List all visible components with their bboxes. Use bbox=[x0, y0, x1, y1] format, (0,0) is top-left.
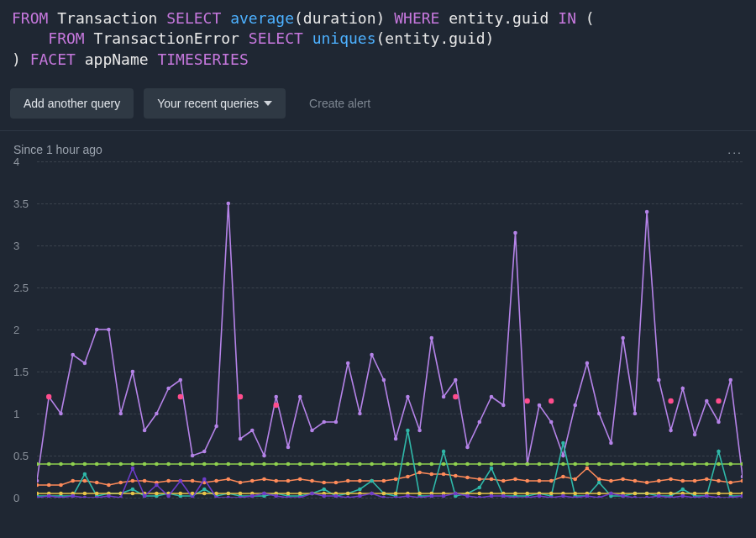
chart-data-point[interactable] bbox=[118, 412, 123, 416]
chart-data-point[interactable] bbox=[227, 492, 231, 496]
chart-data-point[interactable] bbox=[37, 492, 39, 496]
chart-data-point[interactable] bbox=[346, 479, 350, 483]
chart-data-point[interactable] bbox=[681, 387, 685, 391]
chart-data-point[interactable] bbox=[394, 462, 398, 467]
chart-data-point[interactable] bbox=[645, 462, 649, 467]
chart-data-point[interactable] bbox=[705, 462, 709, 467]
chart-data-point[interactable] bbox=[478, 462, 482, 467]
chart-data-point[interactable] bbox=[358, 479, 362, 483]
chart-data-point[interactable] bbox=[95, 492, 99, 496]
chart-data-point[interactable] bbox=[490, 467, 494, 471]
chart-data-point[interactable] bbox=[668, 398, 673, 404]
chart-data-point[interactable] bbox=[430, 462, 434, 467]
chart-data-point[interactable] bbox=[729, 492, 733, 496]
chart-data-point[interactable] bbox=[442, 395, 446, 399]
chart-data-point[interactable] bbox=[166, 387, 171, 391]
chart-data-point[interactable] bbox=[274, 479, 278, 483]
chart-data-point[interactable] bbox=[741, 475, 743, 479]
chart-data-point[interactable] bbox=[310, 462, 314, 467]
chart-data-point[interactable] bbox=[47, 483, 51, 488]
chart-data-point[interactable] bbox=[358, 488, 362, 492]
chart-data-point[interactable] bbox=[202, 462, 207, 467]
chart-data-point[interactable] bbox=[131, 370, 135, 374]
chart-data-point[interactable] bbox=[549, 420, 554, 425]
chart-data-point[interactable] bbox=[693, 479, 697, 483]
chart-data-point[interactable] bbox=[370, 492, 374, 496]
chart-data-point[interactable] bbox=[538, 479, 542, 483]
chart-data-point[interactable] bbox=[573, 404, 577, 408]
chart-data-point[interactable] bbox=[37, 479, 39, 483]
chart-data-point[interactable] bbox=[322, 462, 326, 467]
chart-data-point[interactable] bbox=[585, 462, 590, 467]
chart-data-point[interactable] bbox=[239, 492, 243, 496]
chart-data-point[interactable] bbox=[131, 467, 135, 471]
chart-data-point[interactable] bbox=[95, 462, 99, 467]
chart-data-point[interactable] bbox=[609, 492, 613, 496]
chart-data-point[interactable] bbox=[585, 467, 590, 471]
chart-data-point[interactable] bbox=[179, 462, 183, 467]
chart-data-point[interactable] bbox=[179, 492, 183, 496]
chart-data-point[interactable] bbox=[262, 462, 266, 467]
recent-queries-button[interactable]: Your recent queries bbox=[144, 88, 286, 119]
chart-data-point[interactable] bbox=[549, 462, 554, 467]
chart-data-point[interactable] bbox=[669, 492, 673, 496]
chart-data-point[interactable] bbox=[227, 477, 231, 482]
chart-data-point[interactable] bbox=[716, 398, 721, 404]
chart-data-point[interactable] bbox=[717, 420, 721, 425]
chart-data-point[interactable] bbox=[621, 462, 625, 467]
chart-data-point[interactable] bbox=[202, 477, 207, 482]
chart-data-point[interactable] bbox=[657, 462, 661, 467]
chart-data-point[interactable] bbox=[59, 412, 63, 416]
chart-data-point[interactable] bbox=[179, 378, 183, 382]
chart-data-point[interactable] bbox=[59, 483, 63, 488]
chart-data-point[interactable] bbox=[573, 477, 577, 482]
chart-data-point[interactable] bbox=[382, 492, 386, 496]
timeseries-chart[interactable]: 00.511.522.533.54 bbox=[13, 161, 743, 498]
chart-data-point[interactable] bbox=[131, 462, 135, 467]
chart-data-point[interactable] bbox=[465, 446, 470, 450]
chart-data-point[interactable] bbox=[717, 492, 721, 496]
chart-data-point[interactable] bbox=[513, 492, 517, 496]
chart-data-point[interactable] bbox=[191, 479, 195, 483]
chart-data-point[interactable] bbox=[47, 462, 51, 467]
chart-data-point[interactable] bbox=[681, 488, 685, 492]
chart-data-point[interactable] bbox=[382, 496, 386, 498]
chart-data-point[interactable] bbox=[513, 231, 517, 235]
chart-data-point[interactable] bbox=[118, 481, 123, 485]
nrql-query-editor[interactable]: FROM Transaction SELECT average(duration… bbox=[0, 0, 756, 80]
chart-data-point[interactable] bbox=[298, 492, 302, 496]
chart-data-point[interactable] bbox=[597, 496, 601, 498]
chart-data-point[interactable] bbox=[633, 462, 638, 467]
chart-data-point[interactable] bbox=[370, 462, 374, 467]
chart-data-point[interactable] bbox=[202, 450, 207, 454]
chart-data-point[interactable] bbox=[286, 479, 291, 483]
chart-data-point[interactable] bbox=[465, 462, 470, 467]
chart-data-point[interactable] bbox=[310, 492, 314, 496]
chart-data-point[interactable] bbox=[239, 481, 243, 485]
chart-data-point[interactable] bbox=[262, 477, 266, 482]
chart-data-point[interactable] bbox=[645, 210, 649, 214]
chart-data-point[interactable] bbox=[83, 492, 87, 496]
chart-data-point[interactable] bbox=[741, 494, 743, 498]
chart-data-point[interactable] bbox=[238, 394, 243, 399]
chart-data-point[interactable] bbox=[597, 477, 601, 482]
chart-data-point[interactable] bbox=[250, 479, 255, 483]
chart-data-point[interactable] bbox=[501, 404, 506, 408]
chart-data-point[interactable] bbox=[741, 479, 743, 483]
chart-data-point[interactable] bbox=[227, 496, 231, 498]
chart-data-point[interactable] bbox=[633, 412, 638, 416]
chart-data-point[interactable] bbox=[525, 492, 529, 496]
chart-data-point[interactable] bbox=[346, 496, 350, 498]
chart-data-point[interactable] bbox=[501, 479, 506, 483]
chart-data-point[interactable] bbox=[454, 492, 458, 496]
chart-data-point[interactable] bbox=[417, 492, 422, 496]
chart-data-point[interactable] bbox=[729, 378, 733, 382]
chart-data-point[interactable] bbox=[394, 437, 398, 441]
chart-data-point[interactable] bbox=[705, 399, 709, 404]
chart-data-point[interactable] bbox=[406, 429, 410, 433]
chart-data-point[interactable] bbox=[417, 471, 422, 475]
chart-data-point[interactable] bbox=[573, 492, 577, 496]
chart-data-point[interactable] bbox=[346, 361, 350, 366]
chart-data-point[interactable] bbox=[95, 328, 99, 332]
chart-data-point[interactable] bbox=[417, 462, 422, 467]
